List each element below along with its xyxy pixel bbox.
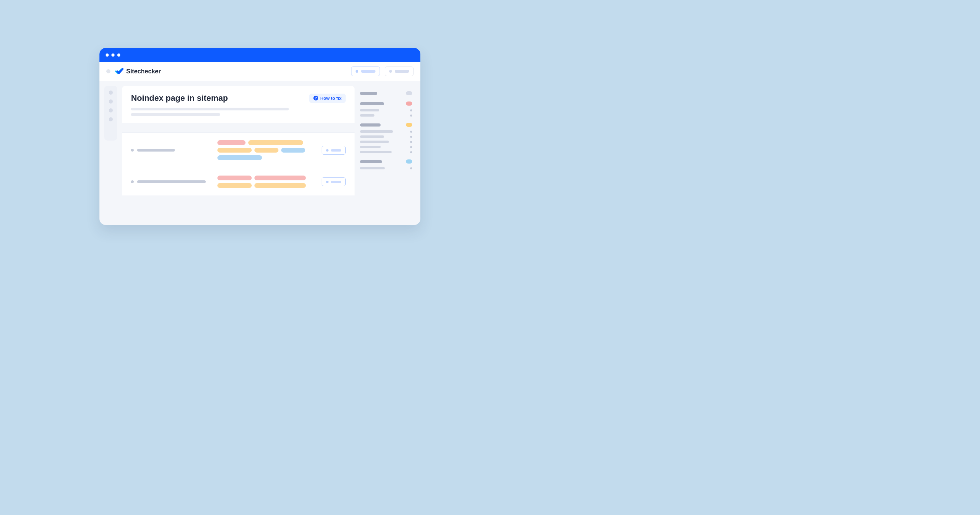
- app-body: Noindex page in sitemap ? How to fix: [99, 81, 420, 225]
- window-control-dot[interactable]: [111, 54, 115, 57]
- placeholder-bar: [361, 70, 375, 73]
- page-title: Noindex page in sitemap: [131, 93, 304, 103]
- status-badge: [406, 102, 412, 106]
- group-title-placeholder: [360, 124, 380, 127]
- app-window: Sitechecker Noindex page in sitemap: [99, 48, 420, 225]
- main-panel: Noindex page in sitemap ? How to fix: [122, 86, 355, 225]
- how-to-fix-label: How to fix: [320, 96, 342, 101]
- sidebar-nav: [104, 86, 117, 141]
- brand-name: Sitechecker: [126, 68, 161, 75]
- menu-toggle[interactable]: [106, 69, 110, 73]
- summary-item[interactable]: [360, 109, 412, 111]
- tag-pill: [217, 183, 252, 188]
- row-action-button[interactable]: [321, 146, 346, 155]
- placeholder-bar: [395, 70, 409, 73]
- summary-item[interactable]: [360, 130, 412, 133]
- summary-item[interactable]: [360, 146, 412, 148]
- tag-pill: [281, 148, 305, 153]
- placeholder-dot: [356, 70, 358, 73]
- row-url-placeholder: [131, 149, 210, 151]
- placeholder-dot: [389, 70, 392, 73]
- help-icon: ?: [313, 96, 318, 100]
- tag-pill: [255, 176, 306, 180]
- summary-group: [360, 102, 412, 116]
- checkmark-icon: [115, 68, 123, 75]
- header-action-primary[interactable]: [351, 67, 380, 76]
- sidebar-item[interactable]: [109, 108, 113, 113]
- status-badge: [406, 123, 412, 127]
- window-controls[interactable]: [106, 54, 120, 57]
- top-bar: Sitechecker: [99, 62, 420, 81]
- brand-logo[interactable]: Sitechecker: [115, 68, 161, 75]
- issue-row[interactable]: [122, 168, 355, 196]
- header-action-secondary[interactable]: [385, 67, 414, 76]
- svg-text:?: ?: [315, 96, 317, 100]
- sidebar-item[interactable]: [109, 117, 113, 121]
- page-description-placeholder: [131, 108, 346, 116]
- tag-pill: [255, 183, 306, 188]
- summary-item[interactable]: [360, 135, 412, 138]
- row-url-placeholder: [131, 180, 210, 183]
- window-control-dot[interactable]: [106, 54, 109, 57]
- summary-group: [360, 91, 412, 95]
- summary-panel: [360, 86, 414, 225]
- tag-pill: [217, 155, 262, 160]
- row-action-button[interactable]: [321, 177, 346, 186]
- summary-item[interactable]: [360, 151, 412, 153]
- summary-group: [360, 159, 412, 169]
- sidebar-item[interactable]: [109, 91, 113, 95]
- main-header: Noindex page in sitemap ? How to fix: [122, 86, 355, 123]
- summary-item[interactable]: [360, 114, 412, 116]
- summary-item[interactable]: [360, 141, 412, 143]
- tag-pill: [255, 148, 278, 153]
- status-badge: [406, 91, 412, 95]
- status-badge: [406, 159, 412, 164]
- tag-pill: [217, 148, 252, 153]
- window-titlebar: [99, 48, 420, 62]
- window-control-dot[interactable]: [117, 54, 120, 57]
- issue-list: [122, 123, 355, 196]
- sidebar-item[interactable]: [109, 99, 113, 103]
- tag-pill: [248, 140, 303, 145]
- issue-row[interactable]: [122, 132, 355, 168]
- group-title-placeholder: [360, 160, 382, 163]
- group-title-placeholder: [360, 102, 384, 105]
- row-tags: [217, 140, 313, 160]
- summary-group: [360, 123, 412, 153]
- tag-pill: [217, 140, 245, 145]
- row-tags: [217, 176, 313, 188]
- summary-item[interactable]: [360, 167, 412, 169]
- how-to-fix-button[interactable]: ? How to fix: [309, 94, 346, 103]
- group-title-placeholder: [360, 92, 377, 95]
- tag-pill: [217, 176, 252, 180]
